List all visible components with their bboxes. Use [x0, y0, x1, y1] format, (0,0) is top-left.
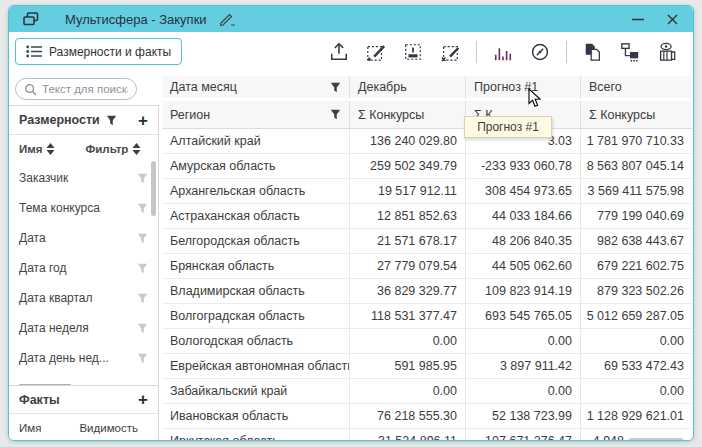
table-row[interactable]: Астраханская область12 851 852.6344 033 …: [162, 204, 692, 229]
region-cell[interactable]: Брянская область: [162, 254, 350, 278]
region-cell[interactable]: Волгоградская область: [162, 304, 350, 328]
value-cell[interactable]: -233 933 060.78: [466, 154, 581, 178]
name-column-label[interactable]: Имя: [19, 143, 42, 155]
sidebar-item[interactable]: Дата неделя: [9, 313, 158, 343]
filter-icon[interactable]: [137, 263, 148, 274]
value-cell[interactable]: 3 569 411 575.98: [581, 179, 692, 203]
value-cell[interactable]: 109 823 914.19: [466, 279, 581, 303]
hierarchy-icon[interactable]: [618, 40, 642, 64]
table-row[interactable]: Вологодская область0.000.000.00: [162, 329, 692, 354]
remove-edit-selection-icon[interactable]: [438, 40, 462, 64]
value-cell[interactable]: 3 897 911.42: [466, 354, 581, 378]
export-icon[interactable]: [327, 40, 351, 64]
column-header[interactable]: Декабрь: [350, 76, 466, 98]
region-cell[interactable]: Владимирская область: [162, 279, 350, 303]
region-cell[interactable]: Астраханская область: [162, 204, 350, 228]
value-cell[interactable]: 8 563 807 045.14: [581, 154, 692, 178]
sort-icon[interactable]: [132, 143, 141, 155]
value-cell[interactable]: 982 638 443.67: [581, 229, 692, 253]
value-cell[interactable]: 0.00: [581, 379, 692, 403]
vertical-scrollbar-track[interactable]: [693, 76, 694, 441]
value-cell[interactable]: 19 517 912.11: [350, 179, 466, 203]
filter-icon[interactable]: [137, 353, 148, 364]
table-row[interactable]: Иркутская область31 524 896.11-107 671 2…: [162, 429, 692, 441]
value-cell[interactable]: 0.00: [350, 329, 466, 353]
table-row[interactable]: Архангельская область19 517 912.11308 45…: [162, 179, 692, 204]
value-cell[interactable]: 27 779 079.54: [350, 254, 466, 278]
add-edit-selection-icon[interactable]: [364, 40, 388, 64]
value-cell[interactable]: 308 454 973.65: [466, 179, 581, 203]
sidebar-scrollbar[interactable]: [151, 161, 156, 216]
region-cell[interactable]: Иркутская область: [162, 429, 350, 441]
value-cell[interactable]: 118 531 377.47: [350, 304, 466, 328]
search-input[interactable]: Текст для поиска: [15, 78, 137, 100]
column-header[interactable]: Всего: [581, 76, 692, 98]
table-row[interactable]: Брянская область27 779 079.5444 505 062.…: [162, 254, 692, 279]
region-cell[interactable]: Еврейская автономная область: [162, 354, 350, 378]
value-cell[interactable]: 136 240 029.80: [350, 129, 466, 153]
value-cell[interactable]: 36 829 329.77: [350, 279, 466, 303]
value-cell[interactable]: 52 138 723.99: [466, 404, 581, 428]
table-row[interactable]: Забайкальский край0.000.000.00: [162, 379, 692, 404]
value-cell[interactable]: 591 985.95: [350, 354, 466, 378]
value-cell[interactable]: 76 218 555.30: [350, 404, 466, 428]
dimensions-filter-icon[interactable]: [106, 115, 117, 126]
rename-pencil-icon[interactable]: [219, 12, 236, 26]
filter-icon[interactable]: [137, 323, 148, 334]
value-cell[interactable]: 48 206 840.35: [466, 229, 581, 253]
sidebar-item[interactable]: Заказчик: [9, 163, 158, 193]
value-cell[interactable]: 21 571 678.17: [350, 229, 466, 253]
table-row[interactable]: Белгородская область21 571 678.1748 206 …: [162, 229, 692, 254]
region-cell[interactable]: Ивановская область: [162, 404, 350, 428]
value-cell[interactable]: 4 948: [581, 429, 692, 441]
value-cell[interactable]: 0.00: [350, 379, 466, 403]
region-cell[interactable]: Архангельская область: [162, 179, 350, 203]
value-cell[interactable]: 0.00: [466, 329, 581, 353]
minimize-icon[interactable]: [625, 9, 651, 29]
value-cell[interactable]: 879 323 502.26: [581, 279, 692, 303]
value-cell[interactable]: 693 545 765.05: [466, 304, 581, 328]
value-cell[interactable]: 0.00: [466, 379, 581, 403]
add-dimension-button[interactable]: +: [138, 112, 148, 129]
filter-icon[interactable]: [137, 293, 148, 304]
value-cell[interactable]: 259 502 349.79: [350, 154, 466, 178]
sidebar-item[interactable]: Тема конкурса: [9, 193, 158, 223]
filter-icon[interactable]: [137, 233, 148, 244]
add-fact-button[interactable]: +: [138, 391, 148, 408]
sidebar-item[interactable]: Дата квартал: [9, 283, 158, 313]
value-cell[interactable]: 0.00: [581, 329, 692, 353]
region-cell[interactable]: Вологодская область: [162, 329, 350, 353]
value-cell[interactable]: 779 199 040.69: [581, 204, 692, 228]
view-settings-icon[interactable]: [655, 40, 679, 64]
filter-icon[interactable]: [137, 173, 148, 184]
filter-icon[interactable]: [330, 82, 341, 93]
region-cell[interactable]: Алтайский край: [162, 129, 350, 153]
filter-icon[interactable]: [330, 109, 341, 120]
value-cell[interactable]: 1 128 929 621.01: [581, 404, 692, 428]
filter-column-label[interactable]: Фильтр: [85, 143, 128, 155]
value-cell[interactable]: 5 012 659 287.05: [581, 304, 692, 328]
sidebar-item[interactable]: Дата день нед...: [9, 343, 158, 373]
value-cell[interactable]: -107 671 276.47: [466, 429, 581, 441]
value-cell[interactable]: 679 221 602.75: [581, 254, 692, 278]
table-row[interactable]: Ивановская область76 218 555.3052 138 72…: [162, 404, 692, 429]
table-row[interactable]: Алтайский край136 240 029.803.031 781 97…: [162, 129, 692, 154]
warning-selection-icon[interactable]: [401, 40, 425, 64]
value-cell[interactable]: 44 033 184.66: [466, 204, 581, 228]
table-row[interactable]: Владимирская область36 829 329.77109 823…: [162, 279, 692, 304]
sub-header[interactable]: Σ Конкурсы: [581, 101, 692, 128]
value-cell[interactable]: 1 781 970 710.33: [581, 129, 692, 153]
value-cell[interactable]: 31 524 896.11: [350, 429, 466, 441]
value-cell[interactable]: 12 851 852.63: [350, 204, 466, 228]
sidebar-item[interactable]: Дата: [9, 223, 158, 253]
region-cell[interactable]: Белгородская область: [162, 229, 350, 253]
column-header[interactable]: Дата месяц: [162, 76, 350, 98]
sub-header[interactable]: Регион: [162, 101, 350, 128]
table-row[interactable]: Амурская область259 502 349.79-233 933 0…: [162, 154, 692, 179]
sub-header[interactable]: Σ Конкурсы: [350, 101, 466, 128]
value-cell[interactable]: 69 533 472.43: [581, 354, 692, 378]
dimensions-facts-button[interactable]: Размерности и факты: [15, 38, 182, 65]
sort-icon[interactable]: [46, 143, 55, 155]
region-cell[interactable]: Амурская область: [162, 154, 350, 178]
copy-documents-icon[interactable]: [581, 40, 605, 64]
